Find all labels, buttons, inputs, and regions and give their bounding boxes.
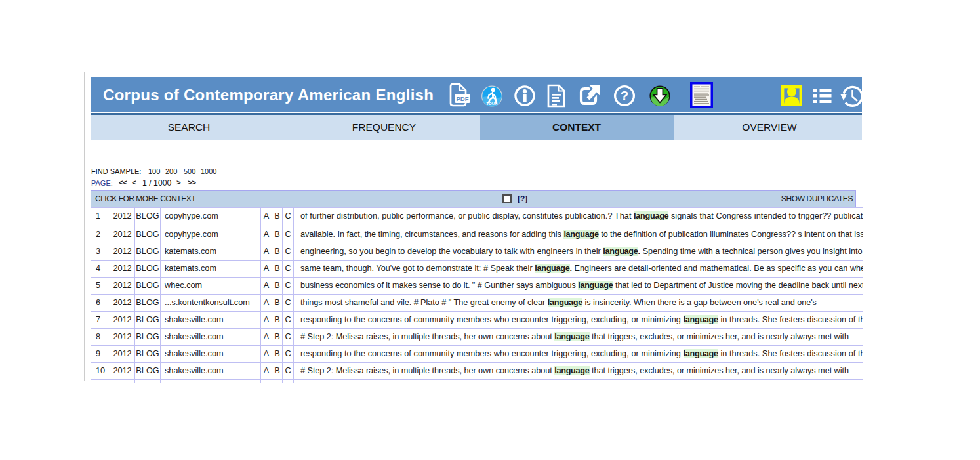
svg-text:TOUR: TOUR xyxy=(487,102,499,106)
svg-text:?: ? xyxy=(621,88,629,103)
svg-text:PDF: PDF xyxy=(457,95,469,102)
